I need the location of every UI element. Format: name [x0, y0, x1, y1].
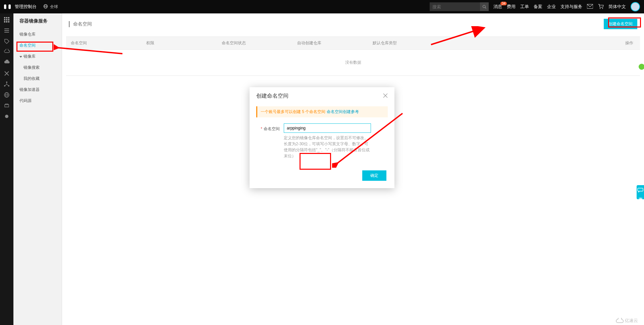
top-header: 管理控制台 全球 消息 34 费用 工单 备案 企业 支持与服务 简体中文	[0, 0, 644, 13]
nav-messages[interactable]: 消息 34	[493, 4, 502, 10]
search-icon	[482, 5, 486, 9]
user-avatar[interactable]	[631, 2, 640, 11]
svg-point-8	[600, 8, 601, 9]
console-label[interactable]: 管理控制台	[15, 4, 37, 10]
mail-icon[interactable]	[587, 4, 593, 10]
region-selector[interactable]: 全球	[43, 4, 58, 10]
nav-enterprise[interactable]: 企业	[547, 4, 556, 10]
header-nav-right: 消息 34 费用 工单 备案 企业 支持与服务 简体中文	[493, 2, 640, 11]
svg-rect-0	[4, 4, 6, 9]
search-button[interactable]	[480, 2, 489, 11]
global-search-input[interactable]	[430, 2, 480, 11]
svg-point-9	[602, 8, 603, 9]
logo-area: 管理控制台	[4, 4, 37, 10]
nav-language[interactable]: 简体中文	[608, 4, 626, 10]
nav-fees[interactable]: 费用	[507, 4, 516, 10]
nav-filing[interactable]: 备案	[534, 4, 542, 10]
brand-icon	[4, 4, 11, 9]
nav-orders[interactable]: 工单	[520, 4, 529, 10]
messages-badge: 34	[500, 2, 507, 5]
cart-icon[interactable]	[598, 4, 604, 10]
globe-icon	[43, 4, 48, 10]
svg-line-6	[485, 7, 486, 8]
nav-support[interactable]: 支持与服务	[560, 4, 582, 10]
svg-rect-1	[8, 4, 11, 9]
svg-point-5	[483, 5, 486, 8]
region-label: 全球	[50, 4, 58, 10]
